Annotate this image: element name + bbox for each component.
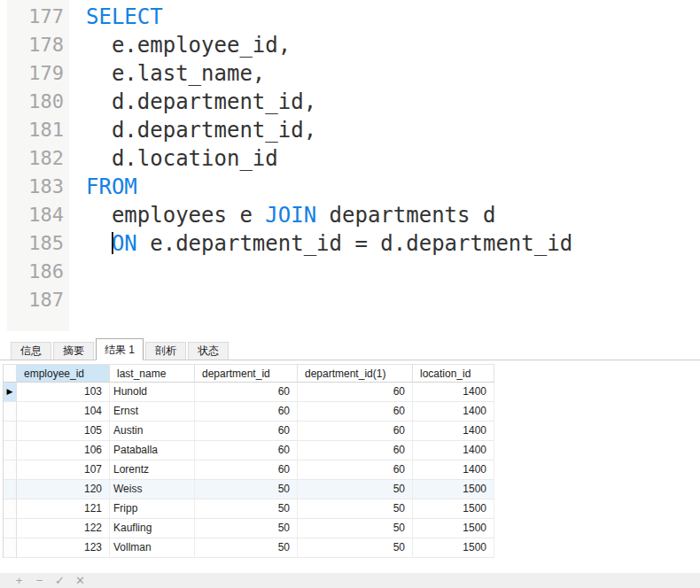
tab-profile[interactable]: 剖析 [145, 342, 186, 360]
result-grid[interactable]: employee_idlast_namedepartment_iddepartm… [3, 364, 494, 558]
table-row[interactable]: 121Fripp50501500 [4, 499, 494, 519]
table-row[interactable]: ▶103Hunold60601400 [4, 383, 494, 402]
column-header-location_id[interactable]: location_id [413, 364, 494, 383]
discard-changes-button[interactable]: ✕ [70, 573, 90, 588]
grid-cell[interactable]: 50 [298, 519, 413, 538]
code-lines[interactable]: 177SELECT178 e.employee_id,179 e.last_na… [0, 0, 700, 314]
column-header-department_id[interactable]: department_id [195, 364, 298, 383]
table-row[interactable]: 105Austin60601400 [4, 422, 494, 441]
grid-cell[interactable]: 60 [298, 460, 413, 480]
row-marker[interactable] [4, 422, 17, 441]
grid-cell[interactable]: Ernst [110, 402, 195, 422]
grid-cell[interactable]: Lorentz [110, 460, 195, 480]
tab-status[interactable]: 状态 [188, 342, 229, 360]
grid-cell[interactable]: 1500 [413, 538, 494, 558]
code-line[interactable]: 177SELECT [0, 3, 700, 31]
table-row[interactable]: 106Pataballa60601400 [4, 441, 494, 460]
grid-cell[interactable]: 60 [298, 422, 413, 441]
column-header-department_id_1[interactable]: department_id(1) [298, 364, 413, 383]
grid-cell[interactable]: Fripp [110, 499, 195, 519]
grid-cell[interactable]: 1400 [413, 441, 494, 460]
grid-cell[interactable]: 60 [195, 422, 298, 441]
sql-editor[interactable]: 177SELECT178 e.employee_id,179 e.last_na… [0, 0, 700, 331]
apply-changes-button[interactable]: ✓ [50, 573, 70, 588]
grid-cell[interactable]: 50 [298, 480, 413, 499]
table-row[interactable]: 107Lorentz60601400 [4, 460, 494, 480]
code-line[interactable]: 186 [0, 258, 700, 286]
grid-cell[interactable]: 50 [298, 499, 413, 519]
code-line[interactable]: 180 d.department_id, [0, 88, 700, 116]
editor-splitter[interactable] [0, 331, 700, 337]
row-marker-header[interactable] [4, 364, 17, 383]
row-marker[interactable] [4, 402, 17, 422]
grid-cell[interactable]: 1400 [413, 422, 494, 441]
code-text: d.location_id [69, 144, 278, 173]
row-marker[interactable] [4, 499, 17, 519]
grid-cell[interactable]: 121 [17, 499, 110, 519]
table-row[interactable]: 104Ernst60601400 [4, 402, 494, 422]
grid-cell[interactable]: Vollman [110, 538, 195, 558]
grid-cell[interactable]: 104 [17, 402, 110, 422]
tab-summary[interactable]: 摘要 [53, 342, 94, 360]
grid-cell[interactable]: 1400 [413, 460, 494, 480]
sql-text: e.employee_id, [86, 33, 291, 58]
grid-cell[interactable]: Hunold [110, 383, 195, 402]
grid-cell[interactable]: 60 [195, 402, 298, 422]
grid-cell[interactable]: 120 [17, 480, 110, 499]
code-text: e.last_name, [69, 59, 265, 88]
grid-cell[interactable]: 122 [17, 519, 110, 538]
column-header-employee_id[interactable]: employee_id [17, 364, 110, 383]
code-line[interactable]: 184 employees e JOIN departments d [0, 201, 700, 229]
table-row[interactable]: 120Weiss50501500 [4, 480, 494, 499]
row-marker[interactable] [4, 519, 17, 538]
grid-cell[interactable]: 106 [17, 441, 110, 460]
grid-cell[interactable]: 50 [298, 538, 413, 558]
tab-info[interactable]: 信息 [11, 342, 51, 360]
grid-cell[interactable]: 1400 [413, 402, 494, 422]
add-record-button[interactable]: + [9, 573, 29, 588]
minus-icon: − [36, 574, 43, 587]
grid-cell[interactable]: 1500 [413, 519, 494, 538]
code-line[interactable]: 181 d.department_id, [0, 116, 700, 144]
code-line[interactable]: 187 [0, 286, 700, 314]
code-line[interactable]: 178 e.employee_id, [0, 31, 700, 59]
line-number: 184 [7, 201, 69, 229]
grid-cell[interactable]: 123 [17, 538, 110, 558]
column-header-last_name[interactable]: last_name [110, 364, 195, 383]
code-text: d.department_id, [69, 88, 316, 116]
grid-cell[interactable]: 60 [195, 441, 298, 460]
grid-cell[interactable]: 50 [195, 538, 298, 558]
tab-result-1[interactable]: 结果 1 [96, 338, 144, 360]
table-row[interactable]: 122Kaufling50501500 [4, 519, 494, 538]
row-marker[interactable] [4, 460, 17, 480]
grid-cell[interactable]: 60 [298, 402, 413, 422]
grid-cell[interactable]: Weiss [110, 480, 195, 499]
grid-cell[interactable]: 60 [298, 383, 413, 402]
grid-cell[interactable]: Kaufling [110, 519, 195, 538]
delete-record-button[interactable]: − [29, 573, 50, 588]
code-line[interactable]: 185 ON e.department_id = d.department_id [0, 229, 700, 258]
sql-keyword: ON [112, 231, 137, 256]
code-line[interactable]: 183FROM [0, 173, 700, 201]
grid-cell[interactable]: 105 [17, 422, 110, 441]
grid-cell[interactable]: Pataballa [110, 441, 195, 460]
grid-cell[interactable]: 60 [195, 460, 298, 480]
row-marker[interactable] [4, 441, 17, 460]
grid-cell[interactable]: 50 [195, 499, 298, 519]
grid-cell[interactable]: 103 [17, 383, 110, 402]
code-line[interactable]: 182 d.location_id [0, 144, 700, 173]
row-marker[interactable] [4, 480, 17, 499]
grid-cell[interactable]: 50 [195, 519, 298, 538]
grid-cell[interactable]: 60 [298, 441, 413, 460]
code-line[interactable]: 179 e.last_name, [0, 59, 700, 88]
grid-cell[interactable]: 50 [195, 480, 298, 499]
grid-cell[interactable]: 1400 [413, 383, 494, 402]
grid-cell[interactable]: 60 [195, 383, 298, 402]
row-marker[interactable] [4, 538, 17, 558]
grid-cell[interactable]: 107 [17, 460, 110, 480]
table-row[interactable]: 123Vollman50501500 [4, 538, 494, 558]
grid-cell[interactable]: 1500 [413, 480, 494, 499]
grid-cell[interactable]: 1500 [413, 499, 494, 519]
current-row-marker[interactable]: ▶ [4, 383, 17, 402]
grid-cell[interactable]: Austin [110, 422, 195, 441]
